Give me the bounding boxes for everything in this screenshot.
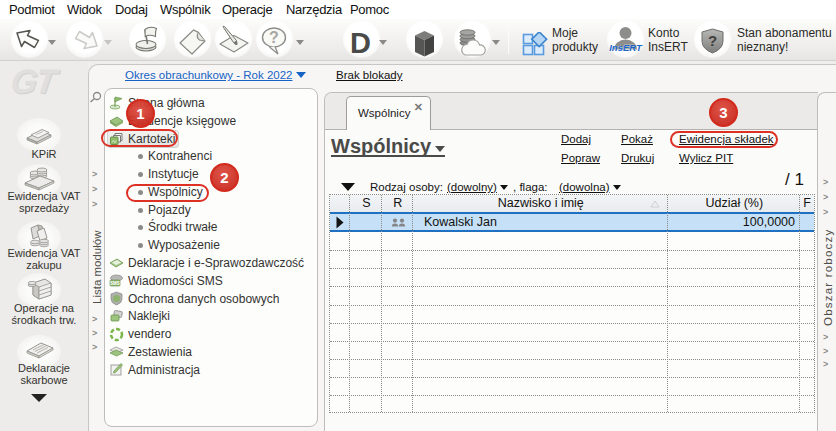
svg-text:?: ? bbox=[269, 29, 279, 46]
svg-text:?: ? bbox=[708, 32, 717, 49]
svg-text:InsERT: InsERT bbox=[609, 42, 643, 53]
svg-text:SMS: SMS bbox=[110, 281, 120, 286]
